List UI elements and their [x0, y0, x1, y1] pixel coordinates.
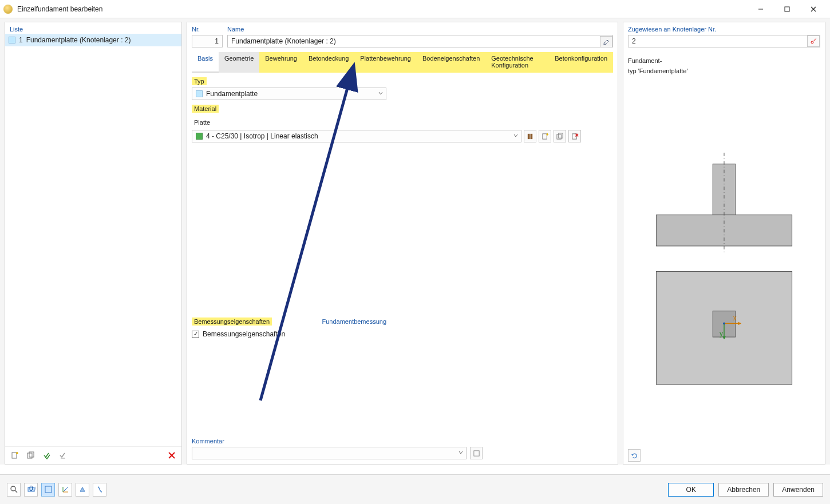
- chevron-down-icon: [513, 132, 519, 140]
- material-swatch: [196, 133, 203, 140]
- apply-button[interactable]: Anwenden: [773, 483, 823, 497]
- svg-line-43: [63, 487, 68, 492]
- ok-button[interactable]: OK: [668, 483, 714, 497]
- svg-point-23: [811, 41, 813, 43]
- svg-rect-22: [473, 450, 479, 455]
- svg-rect-7: [27, 453, 32, 458]
- svg-line-39: [15, 490, 17, 493]
- nr-label: Nr.: [192, 26, 223, 33]
- assigned-label: Zugewiesen an Knotenlager Nr.: [628, 26, 820, 33]
- titlebar: Einzelfundament bearbeiten: [0, 0, 830, 18]
- bemessung-cb-label: Bemessungseigenschaften: [203, 330, 285, 338]
- list-item[interactable]: 1 Fundamentplatte (Knotenlager : 2): [5, 34, 181, 46]
- material-block: Material Platte 4 - C25/30 | Isotrop | L…: [192, 105, 386, 142]
- preview-area: Fundament- typ 'Fundamentplatte' x: [623, 52, 825, 447]
- chevron-down-icon: [378, 90, 384, 98]
- app-icon: [3, 5, 13, 14]
- view-mode-button[interactable]: [76, 483, 89, 497]
- bemessung-checkbox-row[interactable]: ✓ Bemessungseigenschaften: [192, 330, 386, 338]
- tabs: Basis Geometrie Bewehrung Betondeckung P…: [187, 52, 618, 73]
- right-panel: Zugewiesen an Knotenlager Nr. Fundament-…: [623, 22, 825, 465]
- bemessung-block: Bemessungseigenschaften Fundamentbemessu…: [192, 318, 386, 338]
- window-title: Einzelfundament bearbeiten: [17, 5, 102, 13]
- svg-point-36: [723, 322, 725, 324]
- check-button-1[interactable]: [41, 449, 53, 462]
- svg-point-38: [11, 486, 15, 491]
- kommentar-dropdown[interactable]: [192, 447, 467, 459]
- preview-canvas: x y: [628, 78, 820, 442]
- svg-line-24: [813, 38, 816, 41]
- preview-label-2: typ 'Fundamentplatte': [628, 67, 820, 75]
- chevron-down-icon: [458, 449, 464, 457]
- list-item-label: Fundamentplatte (Knotenlager : 2): [26, 36, 131, 44]
- preview-refresh-button[interactable]: [628, 449, 641, 462]
- minimize-button[interactable]: [748, 0, 774, 18]
- platte-label: Platte: [192, 118, 212, 126]
- bottom-bar: 0,00 OK Abbrechen Anwenden: [0, 474, 830, 504]
- center-panel: Nr. Name Basis Geometrie Bewehrung Beton…: [187, 22, 618, 465]
- check-button-2[interactable]: [57, 449, 69, 462]
- nr-input[interactable]: [192, 35, 223, 47]
- typ-dropdown[interactable]: Fundamentplatte: [192, 88, 386, 100]
- name-input[interactable]: [227, 35, 613, 47]
- bemessung-label: Bemessungseigenschaften: [192, 318, 272, 326]
- svg-rect-1: [785, 7, 789, 11]
- tab-bodeneigenschaften[interactable]: Bodeneigenschaften: [417, 52, 485, 73]
- view-axes-button[interactable]: [58, 483, 72, 497]
- assigned-input[interactable]: [628, 35, 820, 47]
- tab-betonkonfiguration[interactable]: Betonkonfiguration: [549, 52, 613, 73]
- list-item-num: 1: [19, 36, 23, 44]
- preview-label-1: Fundament-: [628, 57, 820, 65]
- list-toolbar: [5, 446, 181, 464]
- close-button[interactable]: [800, 0, 827, 18]
- platte-material-dropdown[interactable]: 4 - C25/30 | Isotrop | Linear elastisch: [192, 130, 521, 142]
- svg-rect-42: [45, 486, 52, 493]
- view-plan-button[interactable]: [41, 483, 55, 497]
- name-label: Name: [227, 26, 613, 33]
- kommentar-label: Kommentar: [192, 438, 613, 445]
- name-edit-button[interactable]: [600, 36, 612, 47]
- tab-betondeckung[interactable]: Betondeckung: [303, 52, 354, 73]
- maximize-button[interactable]: [774, 0, 800, 18]
- kommentar-edit-button[interactable]: [470, 447, 483, 459]
- svg-text:0,00: 0,00: [29, 485, 35, 493]
- assigned-pick-button[interactable]: [807, 35, 820, 47]
- typ-label: Typ: [192, 77, 207, 85]
- svg-text:x: x: [733, 314, 737, 322]
- svg-rect-4: [12, 453, 17, 458]
- material-label: Material: [192, 105, 219, 113]
- svg-rect-8: [29, 452, 34, 457]
- list-header: Liste: [5, 22, 181, 34]
- tab-bewehrung[interactable]: Bewehrung: [259, 52, 303, 73]
- bemessung-checkbox[interactable]: ✓: [192, 331, 199, 338]
- delete-item-button[interactable]: [165, 449, 178, 462]
- svg-text:y: y: [720, 330, 723, 338]
- tab-plattenbewehrung[interactable]: Plattenbewehrung: [354, 52, 417, 73]
- list-panel: Liste 1 Fundamentplatte (Knotenlager : 2…: [5, 22, 182, 465]
- view-loads-button[interactable]: [93, 483, 106, 497]
- kommentar-section: Kommentar: [187, 435, 618, 464]
- list-item-swatch: [9, 37, 15, 43]
- typ-block: Typ Fundamentplatte: [192, 77, 386, 100]
- fundamentbemessung-label: Fundamentbemessung: [322, 318, 386, 325]
- units-button[interactable]: 0,00: [24, 483, 38, 497]
- new-item-button[interactable]: [9, 449, 21, 462]
- find-button[interactable]: [7, 483, 21, 497]
- tab-geometrie[interactable]: Geometrie: [219, 52, 259, 73]
- duplicate-item-button[interactable]: [25, 449, 37, 462]
- typ-value: Fundamentplatte: [206, 90, 258, 98]
- platte-material-value: 4 - C25/30 | Isotrop | Linear elastisch: [206, 132, 318, 140]
- cancel-button[interactable]: Abbrechen: [718, 483, 769, 497]
- list-body: 1 Fundamentplatte (Knotenlager : 2): [5, 34, 181, 446]
- typ-swatch: [196, 90, 203, 97]
- tab-basis[interactable]: Basis: [192, 52, 219, 73]
- tab-geotechnische-konfig[interactable]: Geotechnische Konfiguration: [485, 52, 549, 73]
